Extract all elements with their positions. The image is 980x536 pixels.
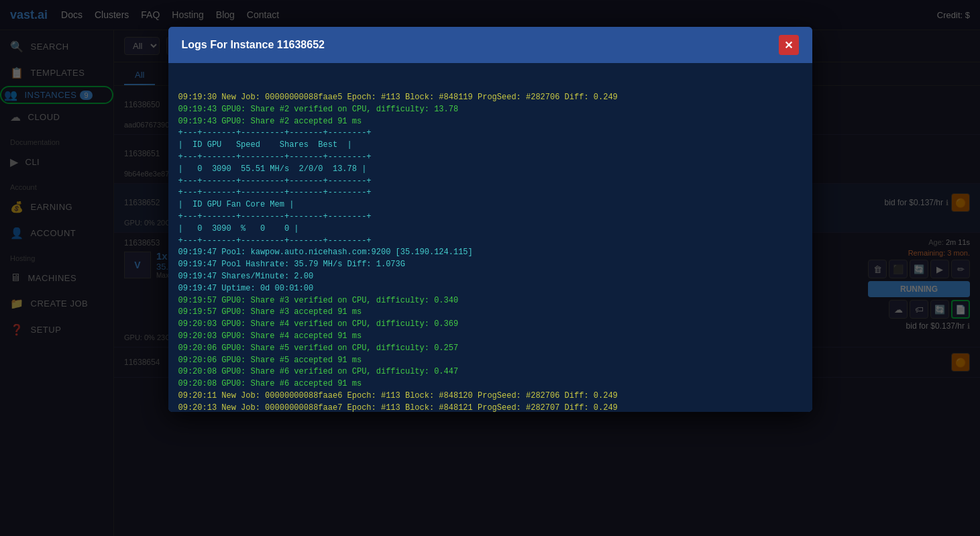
modal-overlay[interactable]: Logs For Instance 11638652 ✕ 09:19:30 Ne… [0,0,980,536]
logs-modal: Logs For Instance 11638652 ✕ 09:19:30 Ne… [168,27,812,412]
modal-body[interactable]: 09:19:30 New Job: 00000000088faae5 Epoch… [168,63,812,412]
modal-close-button[interactable]: ✕ [779,35,799,55]
modal-title: Logs For Instance 11638652 [182,39,325,51]
modal-header: Logs For Instance 11638652 ✕ [168,27,812,63]
